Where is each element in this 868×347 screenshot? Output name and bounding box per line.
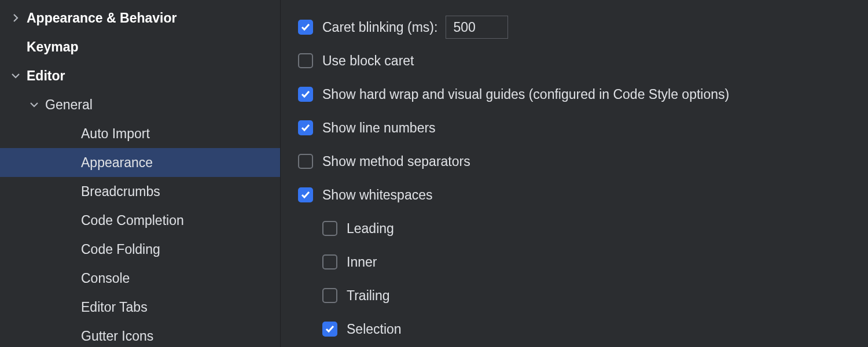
sidebar-item-gutter-icons[interactable]: Gutter Icons	[0, 322, 280, 347]
option-row-show-line-numbers: Show line numbers	[298, 111, 868, 145]
checkbox-caret-blinking[interactable]	[298, 20, 313, 35]
chevron-down-icon[interactable]	[10, 71, 21, 81]
chevron-placeholder-icon	[65, 157, 75, 168]
option-row-show-method-separators: Show method separators	[298, 145, 868, 178]
caret-blinking-input[interactable]	[446, 16, 508, 39]
checkbox-show-whitespaces[interactable]	[298, 187, 313, 202]
sidebar-item-label: Code Completion	[81, 213, 184, 228]
checkbox-ws-trailing[interactable]	[322, 288, 337, 303]
option-row-ws-leading: Leading	[298, 212, 868, 245]
option-row-ws-inner: Inner	[298, 245, 868, 279]
option-label: Inner	[347, 254, 377, 270]
option-row-ws-trailing: Trailing	[298, 279, 868, 312]
sidebar-item-label: Editor Tabs	[81, 300, 148, 315]
sidebar-item-label: General	[45, 97, 93, 113]
sidebar-item-label: Code Folding	[81, 242, 160, 257]
settings-main-panel: Caret blinking (ms):Use block caretShow …	[281, 0, 868, 347]
sidebar-item-auto-import[interactable]: Auto Import	[0, 119, 280, 148]
option-row-ws-selection: Selection	[298, 312, 868, 346]
checkbox-show-method-separators[interactable]	[298, 154, 313, 169]
option-label: Selection	[347, 322, 402, 337]
sidebar-item-label: Console	[81, 271, 130, 286]
option-row-use-block-caret: Use block caret	[298, 44, 868, 77]
checkbox-show-line-numbers[interactable]	[298, 120, 313, 135]
settings-sidebar: Appearance & BehaviorKeymapEditorGeneral…	[0, 0, 281, 347]
checkbox-show-hard-wrap[interactable]	[298, 87, 313, 102]
chevron-placeholder-icon	[65, 215, 75, 226]
option-row-caret-blinking: Caret blinking (ms):	[298, 10, 868, 44]
sidebar-item-editor[interactable]: Editor	[0, 61, 280, 90]
sidebar-item-label: Auto Import	[81, 126, 150, 142]
option-label: Show hard wrap and visual guides (config…	[322, 87, 729, 102]
sidebar-item-code-folding[interactable]: Code Folding	[0, 235, 280, 264]
chevron-placeholder-icon	[10, 42, 21, 52]
chevron-right-icon[interactable]	[10, 13, 21, 23]
sidebar-item-appearance-behavior[interactable]: Appearance & Behavior	[0, 3, 280, 32]
chevron-placeholder-icon	[65, 302, 75, 312]
option-label: Show whitespaces	[322, 187, 433, 203]
chevron-placeholder-icon	[65, 128, 75, 139]
chevron-down-icon[interactable]	[29, 99, 39, 110]
chevron-placeholder-icon	[65, 244, 75, 254]
checkbox-ws-leading[interactable]	[322, 221, 337, 236]
sidebar-item-breadcrumbs[interactable]: Breadcrumbs	[0, 177, 280, 206]
sidebar-item-editor-tabs[interactable]: Editor Tabs	[0, 293, 280, 322]
option-label: Use block caret	[322, 53, 414, 69]
sidebar-item-code-completion[interactable]: Code Completion	[0, 206, 280, 235]
checkbox-ws-inner[interactable]	[322, 254, 337, 270]
sidebar-item-label: Keymap	[27, 39, 78, 55]
sidebar-item-label: Gutter Icons	[81, 328, 153, 344]
option-label: Show line numbers	[322, 120, 436, 136]
option-row-show-whitespaces: Show whitespaces	[298, 178, 868, 212]
sidebar-item-console[interactable]: Console	[0, 264, 280, 293]
sidebar-item-label: Editor	[27, 68, 65, 84]
checkbox-use-block-caret[interactable]	[298, 53, 313, 68]
chevron-placeholder-icon	[65, 331, 75, 341]
chevron-placeholder-icon	[65, 186, 75, 197]
chevron-placeholder-icon	[65, 273, 75, 283]
sidebar-item-label: Appearance	[81, 155, 153, 171]
sidebar-item-label: Breadcrumbs	[81, 184, 160, 200]
sidebar-item-label: Appearance & Behavior	[27, 10, 176, 26]
option-label: Caret blinking (ms):	[322, 20, 437, 35]
option-row-show-hard-wrap: Show hard wrap and visual guides (config…	[298, 77, 868, 111]
sidebar-item-appearance[interactable]: Appearance	[0, 148, 280, 177]
checkbox-ws-selection[interactable]	[322, 322, 337, 337]
option-label: Show method separators	[322, 154, 470, 169]
option-label: Trailing	[347, 288, 390, 304]
sidebar-item-general[interactable]: General	[0, 90, 280, 119]
option-label: Leading	[347, 221, 394, 237]
sidebar-item-keymap[interactable]: Keymap	[0, 32, 280, 61]
